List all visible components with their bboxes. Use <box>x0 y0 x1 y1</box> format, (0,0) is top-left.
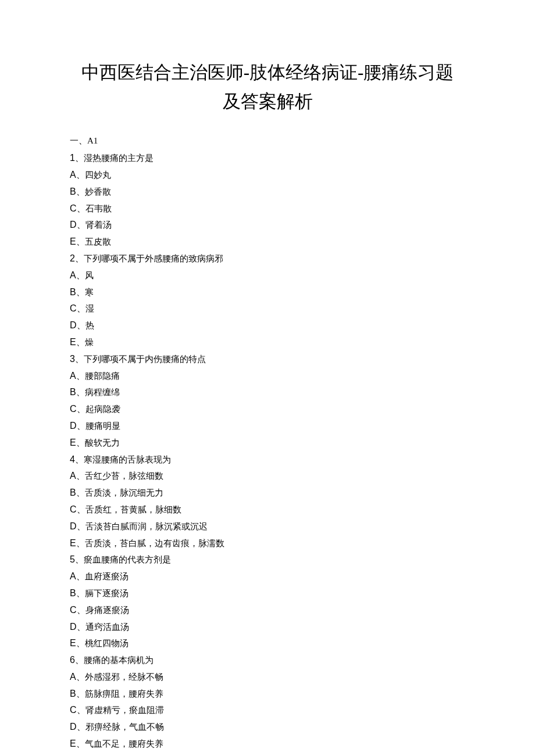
answer-option: C、肾虚精亏，瘀血阻滞 <box>70 702 465 719</box>
answer-option: E、桃红四物汤 <box>70 635 465 652</box>
option-letter: A <box>70 371 76 381</box>
title-line-2: 及答案解析 <box>223 91 313 112</box>
option-letter: B <box>70 488 76 497</box>
answer-option: C、起病隐袭 <box>70 401 465 418</box>
answer-option: E、酸软无力 <box>70 435 465 452</box>
option-letter: E <box>70 739 76 748</box>
option-letter: C <box>70 605 77 615</box>
answer-option: B、筋脉痹阻，腰府失养 <box>70 686 465 703</box>
option-text: 、腰部隐痛 <box>76 371 120 381</box>
option-text: 、桃红四物汤 <box>76 639 129 648</box>
option-letter: E <box>70 638 76 648</box>
option-letter: E <box>70 337 76 347</box>
option-text: 、石韦散 <box>77 204 112 213</box>
option-text: 、舌红少苔，脉弦细数 <box>76 471 163 481</box>
answer-option: B、膈下逐瘀汤 <box>70 585 465 602</box>
option-text: 、腰痛明显 <box>77 421 120 431</box>
answer-option: C、湿 <box>70 300 465 317</box>
document-page: 中西医结合主治医师-肢体经络病证-腰痛练习题 及答案解析 一、A1 1、湿热腰痛… <box>0 0 535 756</box>
option-text: 、湿 <box>77 304 94 313</box>
question-text: 、腰痛的基本病机为 <box>75 655 154 665</box>
question-stem: 7、首先提出肾与腰部疾病有密切关系的著作是 <box>70 753 465 756</box>
option-text: 、气血不足，腰府失养 <box>76 739 163 748</box>
option-letter: B <box>70 387 76 397</box>
option-text: 、身痛逐瘀汤 <box>77 605 129 615</box>
answer-option: C、身痛逐瘀汤 <box>70 602 465 619</box>
answer-option: B、妙香散 <box>70 184 465 200</box>
question-number: 3 <box>70 354 75 364</box>
question-stem: 3、下列哪项不属于内伤腰痛的特点 <box>70 351 465 368</box>
option-letter: C <box>70 504 77 514</box>
option-letter: C <box>70 203 77 213</box>
question-stem: 2、下列哪项不属于外感腰痛的致病病邪 <box>70 250 465 267</box>
option-text: 、五皮散 <box>76 237 111 246</box>
option-text: 、肾着汤 <box>77 220 112 230</box>
option-text: 、舌质红，苔黄腻，脉细数 <box>77 505 181 514</box>
option-letter: E <box>70 538 76 548</box>
option-letter: B <box>70 689 76 698</box>
option-text: 、寒 <box>76 288 94 297</box>
question-stem: 1、湿热腰痛的主方是 <box>70 150 465 167</box>
option-letter: D <box>70 421 77 431</box>
option-text: 、四妙丸 <box>76 170 111 180</box>
answer-option: B、舌质淡，脉沉细无力 <box>70 485 465 501</box>
title-line-1: 中西医结合主治医师-肢体经络病证-腰痛练习题 <box>81 62 454 83</box>
option-letter: D <box>70 521 77 531</box>
question-number: 4 <box>70 454 75 464</box>
question-stem: 5、瘀血腰痛的代表方剂是 <box>70 551 465 568</box>
answer-option: A、血府逐瘀汤 <box>70 568 465 585</box>
answer-option: D、肾着汤 <box>70 217 465 234</box>
option-letter: A <box>70 672 76 682</box>
option-text: 、酸软无力 <box>76 438 120 447</box>
answer-option: C、舌质红，苔黄腻，脉细数 <box>70 501 465 518</box>
option-letter: A <box>70 571 76 581</box>
answer-option: D、舌淡苔白腻而润，脉沉紧或沉迟 <box>70 518 465 535</box>
answer-option: E、五皮散 <box>70 234 465 250</box>
answer-option: D、热 <box>70 317 465 334</box>
option-letter: D <box>70 722 77 732</box>
question-number: 2 <box>70 253 75 263</box>
option-letter: A <box>70 170 76 180</box>
option-letter: B <box>70 287 76 297</box>
questions-container: 1、湿热腰痛的主方是A、四妙丸B、妙香散C、石韦散D、肾着汤E、五皮散2、下列哪… <box>70 150 465 756</box>
answer-option: E、气血不足，腰府失养 <box>70 736 465 753</box>
option-text: 、舌淡苔白腻而润，脉沉紧或沉迟 <box>77 522 208 531</box>
question-stem: 6、腰痛的基本病机为 <box>70 652 465 669</box>
option-letter: E <box>70 237 76 246</box>
option-text: 、邪痹经脉，气血不畅 <box>77 722 164 732</box>
option-letter: D <box>70 320 77 330</box>
answer-option: A、外感湿邪，经脉不畅 <box>70 669 465 686</box>
answer-option: E、燥 <box>70 334 465 351</box>
option-letter: C <box>70 705 77 715</box>
option-text: 、外感湿邪，经脉不畅 <box>76 672 163 682</box>
question-text: 、下列哪项不属于外感腰痛的致病病邪 <box>75 254 223 263</box>
option-text: 、舌质淡，苔白腻，边有齿痕，脉濡数 <box>76 539 224 548</box>
option-letter: B <box>70 588 76 598</box>
option-text: 、血府逐瘀汤 <box>76 572 129 581</box>
option-letter: B <box>70 187 76 196</box>
option-text: 、病程缠绵 <box>76 388 120 397</box>
option-letter: A <box>70 270 76 280</box>
option-text: 、妙香散 <box>76 187 111 196</box>
question-stem: 4、寒湿腰痛的舌脉表现为 <box>70 452 465 468</box>
option-letter: E <box>70 438 76 447</box>
option-letter: D <box>70 220 77 230</box>
option-letter: C <box>70 303 77 313</box>
option-letter: D <box>70 622 77 632</box>
document-title: 中西医结合主治医师-肢体经络病证-腰痛练习题 及答案解析 <box>70 58 465 116</box>
question-number: 1 <box>70 153 75 163</box>
answer-option: C、石韦散 <box>70 200 465 217</box>
answer-option: D、通窍活血汤 <box>70 619 465 636</box>
option-letter: C <box>70 404 77 414</box>
answer-option: D、邪痹经脉，气血不畅 <box>70 719 465 736</box>
question-number: 5 <box>70 554 75 564</box>
question-text: 、湿热腰痛的主方是 <box>75 153 154 163</box>
answer-option: A、四妙丸 <box>70 167 465 184</box>
option-text: 、通窍活血汤 <box>77 622 129 632</box>
option-text: 、燥 <box>76 338 94 347</box>
option-text: 、风 <box>76 271 94 280</box>
section-label: 一、A1 <box>70 133 465 149</box>
answer-option: E、舌质淡，苔白腻，边有齿痕，脉濡数 <box>70 535 465 552</box>
option-text: 、舌质淡，脉沉细无力 <box>76 488 163 497</box>
answer-option: A、风 <box>70 267 465 284</box>
